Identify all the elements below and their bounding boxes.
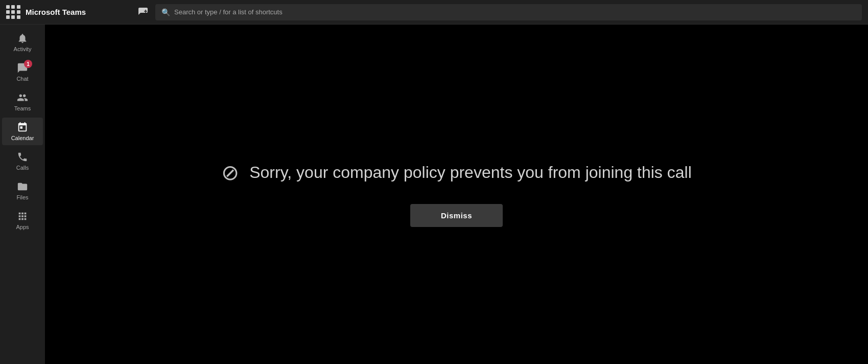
sidebar-item-apps-label: Apps (16, 224, 29, 230)
sidebar-item-apps[interactable]: Apps (2, 207, 43, 234)
error-message-container: ⊘ Sorry, your company policy prevents yo… (221, 162, 692, 184)
search-bar[interactable]: 🔍 Search or type / for a list of shortcu… (155, 4, 862, 20)
sidebar-item-activity[interactable]: Activity (2, 29, 43, 56)
sidebar-item-calls[interactable]: Calls (2, 147, 43, 175)
files-icon (17, 181, 28, 192)
calendar-icon (17, 122, 28, 133)
apps-icon (17, 211, 28, 222)
phone-icon (17, 151, 28, 163)
sidebar-item-calendar-label: Calendar (11, 135, 34, 141)
sidebar-item-teams-label: Teams (14, 105, 31, 111)
search-placeholder: Search or type / for a list of shortcuts (174, 8, 283, 16)
chat-badge: 1 (24, 60, 32, 68)
content-area: ⊘ Sorry, your company policy prevents yo… (45, 25, 868, 364)
top-bar-left: Microsoft Teams (6, 5, 149, 19)
sidebar-item-chat-label: Chat (16, 76, 28, 82)
sidebar-item-chat[interactable]: 1 Chat (2, 58, 43, 86)
sidebar: Activity 1 Chat Teams (0, 25, 45, 364)
sidebar-item-teams[interactable]: Teams (2, 88, 43, 116)
sidebar-item-calendar[interactable]: Calendar (2, 118, 43, 145)
top-bar: Microsoft Teams 🔍 Search or type / for a… (0, 0, 868, 25)
grid-icon[interactable] (6, 5, 20, 19)
app-title: Microsoft Teams (26, 8, 86, 16)
search-icon: 🔍 (161, 8, 170, 16)
error-text: Sorry, your company policy prevents you … (249, 163, 692, 182)
dismiss-button[interactable]: Dismiss (410, 204, 503, 227)
main-layout: Activity 1 Chat Teams (0, 25, 868, 364)
teams-icon (17, 92, 28, 103)
blocked-icon: ⊘ (221, 162, 239, 184)
chat-icon: 1 (17, 62, 28, 74)
new-chat-button[interactable] (137, 6, 149, 18)
sidebar-item-activity-label: Activity (14, 46, 32, 52)
sidebar-item-files-label: Files (16, 194, 28, 200)
bell-icon (17, 33, 28, 44)
sidebar-item-files[interactable]: Files (2, 177, 43, 204)
sidebar-item-calls-label: Calls (16, 165, 29, 171)
